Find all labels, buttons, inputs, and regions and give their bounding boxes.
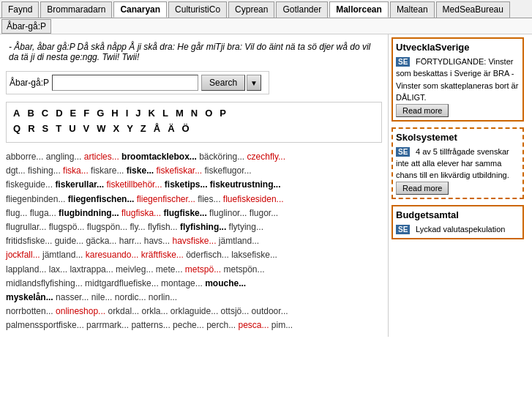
tab-maltean[interactable]: Maltean [390, 1, 435, 18]
word-kraftfiske[interactable]: kräftfiske... [141, 250, 184, 260]
alpha-o[interactable]: O [203, 107, 214, 119]
alphabet-grid: A B C D E F G H I J K L M N O P Q R S [6, 102, 382, 143]
sidebar-box1-text: FÖRTYDLIGANDE: Vinster som beskattas i S… [396, 57, 518, 102]
word-flugfiska[interactable]: flugfiska... [121, 208, 161, 218]
word-dgt: dgt... [6, 165, 28, 176]
word-mete: mete... [156, 264, 185, 275]
alpha-n[interactable]: N [189, 107, 200, 119]
alpha-x[interactable]: X [110, 122, 121, 135]
scroll-button[interactable]: ▼ [247, 75, 261, 91]
sidebar-box1-content: SE FÖRTYDLIGANDE: Vinster som beskattas … [396, 56, 520, 104]
word-fiskeflugor: fiskeflugor... [205, 165, 252, 176]
word-gacka: gäcka... [86, 236, 119, 246]
search-input[interactable] [52, 75, 198, 91]
word-fiska[interactable]: fiska... [63, 165, 89, 176]
word-fiskerullar: fiskerullar... [55, 179, 104, 190]
sidebar-box3-content: SE Lyckad valutaspekulation [396, 223, 520, 235]
word-ottsjo: ottsjö... [221, 306, 252, 316]
tab-medseabureau[interactable]: MedSeaBureau [436, 1, 510, 18]
alpha-w[interactable]: W [94, 122, 108, 135]
alpha-h[interactable]: H [109, 107, 120, 119]
word-karesuando[interactable]: karesuando... [86, 250, 139, 260]
word-metspo[interactable]: metspö... [185, 264, 221, 275]
word-havsfiske[interactable]: havsfiske... [172, 236, 216, 246]
sidebar-box3-text: Lyckad valutaspekulation [416, 225, 506, 234]
search-button[interactable]: Search [201, 75, 245, 91]
word-mouche: mouche... [205, 278, 246, 288]
tab-cyprean[interactable]: Cyprean [228, 1, 274, 18]
sidebar-box2-text: 4 av 5 tillfrågade svenskar inte att all… [396, 147, 509, 180]
alphabet-row-1: A B C D E F G H I J K L M N O P [11, 107, 377, 119]
tab-gotlander[interactable]: Gotlander [276, 1, 328, 18]
word-flugrullar: flugrullar... [6, 222, 49, 232]
alpha-j[interactable]: J [133, 107, 143, 119]
sidebar-box2-title: Skolsystemet [396, 132, 520, 143]
sidebar-box3-badge: SE [396, 225, 410, 234]
alpha-v[interactable]: V [81, 122, 92, 135]
sidebar-box2-readmore[interactable]: Read more [396, 182, 449, 195]
word-fiskefiskar[interactable]: fiskefiskar... [156, 165, 202, 176]
tab-culturistico[interactable]: CulturistiCo [168, 1, 227, 18]
alpha-oe[interactable]: Ö [180, 122, 192, 135]
alpha-p[interactable]: P [217, 107, 228, 119]
alpha-b[interactable]: B [25, 107, 36, 119]
alpha-f[interactable]: F [81, 107, 91, 119]
word-flyfish: flyfish... [148, 222, 180, 232]
alpha-m[interactable]: M [173, 107, 186, 119]
alpha-g[interactable]: G [94, 107, 106, 119]
alpha-c[interactable]: C [40, 107, 50, 119]
second-navigation: Åbar-gå:P [0, 18, 532, 34]
word-onlineshop[interactable]: onlineshop... [56, 306, 105, 316]
word-fluga: fluga... [30, 208, 59, 218]
word-fliegenfischer[interactable]: fliegenfischer... [137, 194, 195, 204]
alpha-u[interactable]: U [67, 122, 78, 135]
alpha-r[interactable]: R [26, 122, 37, 135]
word-abborre: abborre... [6, 152, 46, 162]
word-jamtland2: jämtland... [42, 250, 86, 260]
word-fliegenbinden: fliegenbinden... [6, 194, 68, 204]
word-orkla: orkla... [141, 306, 170, 316]
word-jockfall[interactable]: jockfall... [6, 250, 40, 260]
word-laxtrappa: laxtrappa... [70, 264, 116, 275]
word-flugor: flugor... [250, 208, 278, 218]
alpha-l[interactable]: L [160, 107, 171, 119]
word-flugfiske: flugfiske... [163, 208, 206, 218]
word-backöring: bäcköring... [199, 152, 247, 162]
tab-canaryan[interactable]: Canaryan [113, 1, 167, 18]
alpha-a[interactable]: A [11, 107, 22, 119]
word-parrmark: parrmark... [86, 320, 131, 330]
word-fiskare: fiskare... [91, 165, 127, 176]
alpha-s[interactable]: S [40, 122, 51, 135]
word-angling: angling... [46, 152, 84, 162]
alpha-aa[interactable]: Å [151, 122, 162, 135]
word-nasser: nasser... [56, 292, 91, 302]
alpha-k[interactable]: K [146, 107, 157, 119]
alpha-y[interactable]: Y [124, 122, 135, 135]
word-czechfly[interactable]: czechfly... [247, 152, 285, 162]
word-lappland: lappland... [6, 264, 49, 275]
word-fluefiskesiden[interactable]: fluefiskesiden... [223, 194, 284, 204]
tab-mallorcean[interactable]: Mallorcean [329, 1, 389, 18]
sidebar-box1-readmore[interactable]: Read more [396, 104, 449, 117]
sidebar-box-utvecklasverige: UtvecklaSverige SE FÖRTYDLIGANDE: Vinste… [391, 37, 524, 122]
word-flugspön: flugspön... [87, 222, 130, 232]
word-fritidsfiske: fritidsfiske... [6, 236, 55, 246]
tab-faynd[interactable]: Faynd [1, 1, 39, 18]
alpha-ae[interactable]: Ä [165, 122, 176, 135]
tab-brommaradarn[interactable]: Brommaradarn [40, 1, 112, 18]
alpha-i[interactable]: I [124, 107, 131, 119]
word-pesca[interactable]: pesca... [238, 320, 269, 330]
word-fisketillbehor[interactable]: fisketillbehör... [106, 179, 162, 190]
word-pim: pim... [271, 320, 293, 330]
alpha-d[interactable]: D [53, 107, 64, 119]
word-articles[interactable]: articles... [84, 152, 119, 162]
alpha-t[interactable]: T [53, 122, 64, 135]
alpha-q[interactable]: Q [11, 122, 23, 135]
word-fishing: fishing... [28, 165, 63, 176]
word-nile: nile... [91, 292, 115, 302]
alpha-e[interactable]: E [68, 107, 79, 119]
second-nav-label[interactable]: Åbar-gå:P [1, 19, 51, 34]
word-fliegenfischen: fliegenfischen... [68, 194, 135, 204]
word-orkdal: orkdal... [108, 306, 141, 316]
alpha-z[interactable]: Z [138, 122, 149, 135]
